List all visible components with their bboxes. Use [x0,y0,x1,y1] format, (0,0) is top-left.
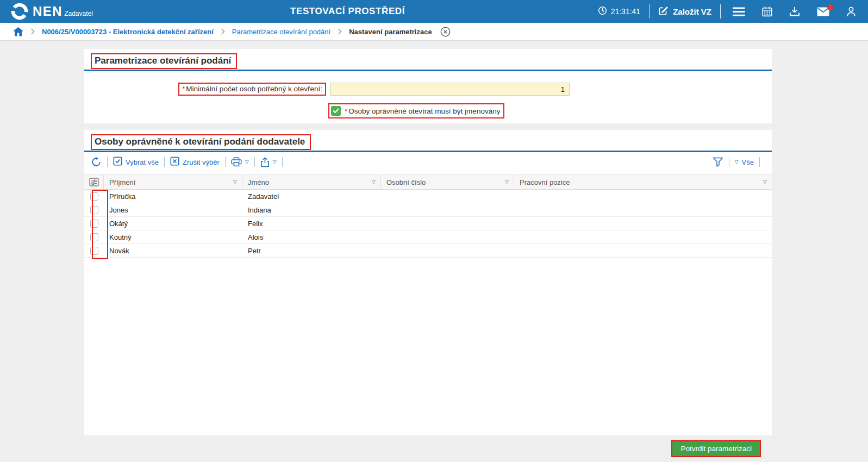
row-checkbox[interactable] [90,206,98,214]
cell-name: Alois [242,233,381,241]
authorized-persons-panel: Osoby oprávněné k otevírání podání dodav… [84,130,772,435]
logo-text: NEN [33,4,63,19]
parametrization-panel: Parametrizace otevírání podání *Minimáln… [84,49,772,123]
select-all-label: Vybrat vše [126,158,159,166]
main-content: Parametrizace otevírání podání *Minimáln… [0,41,868,457]
clear-selection-button[interactable]: Zrušit výběr [170,157,220,167]
filter-all-label: Vše [742,158,754,166]
export-dropdown-icon[interactable]: ▽ [273,160,277,165]
section-title-parametrization: Parametrizace otevírání podání [91,53,237,69]
filter-icon[interactable] [713,157,723,167]
cell-surname: Okátý [104,220,242,228]
cell-surname: Příručka [104,192,242,201]
mail-icon[interactable] [817,7,829,16]
topbar-divider [649,4,650,18]
row-checkbox[interactable] [90,192,98,201]
create-vz-button[interactable]: Založit VZ [658,5,711,17]
select-all-icon [113,157,122,167]
clock-time: 21:31:41 [611,7,641,16]
table-row[interactable]: Okátý Felix [84,217,772,230]
chevron-right-icon [338,28,342,35]
cell-name: Indiana [242,206,381,214]
table-row[interactable]: Příručka Zadavatel [84,190,772,203]
row-checkbox[interactable] [90,233,98,241]
clear-selection-icon [170,157,179,167]
grid-toolbar: Vybrat vše Zrušit výběr [84,154,772,170]
toolbar-separator [107,157,108,167]
cell-name: Petr [242,247,381,255]
close-tab-icon[interactable] [440,27,451,37]
breadcrumb-procurement[interactable]: N006/25/V00003723 - Elektronická detekčn… [42,28,214,36]
cell-name: Zadavatel [242,192,381,201]
toolbar-separator [164,157,165,167]
column-header-surname[interactable]: Příjmení ▽ [104,175,242,189]
filter-all-dropdown[interactable]: ▽ Vše [735,158,754,166]
cell-name: Felix [242,220,381,228]
toolbar-separator [282,157,283,167]
column-filter-icon[interactable]: ▽ [372,179,376,185]
cell-surname: Koutný [104,233,242,241]
session-clock: 21:31:41 [598,6,641,17]
mail-unread-badge [827,4,833,10]
menu-icon[interactable] [733,7,745,16]
print-button[interactable]: ▽ [231,157,249,167]
compose-icon [658,5,669,17]
select-all-button[interactable]: Vybrat vše [113,157,159,167]
filter-all-dropdown-icon: ▽ [735,160,739,165]
table-row[interactable]: Koutný Alois [84,230,772,244]
chevron-right-icon [221,28,225,35]
persons-table: Příjmení ▽ Jméno ▽ Osobní číslo ▽ Pracov… [84,174,772,258]
toolbar-separator [225,157,226,167]
table-row[interactable]: Jones Indiana [84,203,772,217]
column-header-personal-number[interactable]: Osobní číslo ▽ [381,175,514,189]
row-checkbox[interactable] [90,220,98,228]
named-persons-checkbox[interactable] [331,106,341,116]
export-button[interactable]: ▽ [260,157,277,167]
clock-icon [598,6,607,17]
table-row[interactable]: Novák Petr [84,244,772,258]
column-filter-icon[interactable]: ▽ [233,179,237,185]
toolbar-separator [254,157,255,167]
column-header-name[interactable]: Jméno ▽ [242,175,381,189]
section-rule [84,70,772,71]
user-profile-icon[interactable] [846,7,856,17]
section-rule [84,151,772,152]
min-persons-label: *Minimální počet osob potřebný k otevřen… [178,83,326,96]
named-persons-checkbox-group: *Osoby oprávněné otevírat musí být jmeno… [328,103,504,118]
row-checkbox[interactable] [90,247,98,255]
create-vz-label: Založit VZ [673,7,711,16]
min-persons-input[interactable] [330,83,570,96]
breadcrumb-current: Nastavení parametrizace [349,28,432,36]
column-filter-icon[interactable]: ▽ [505,179,509,185]
topbar-divider [720,4,721,18]
column-filter-icon[interactable]: ▽ [763,179,767,185]
chevron-right-icon [30,28,35,35]
print-dropdown-icon[interactable]: ▽ [245,160,249,165]
column-header-position[interactable]: Pracovní pozice ▽ [514,175,772,189]
environment-title: TESTOVACÍ PROSTŘEDÍ [290,6,405,17]
nen-logo-icon [11,3,28,20]
table-header-row: Příjmení ▽ Jméno ▽ Osobní číslo ▽ Pracov… [84,174,772,190]
required-mark: * [182,85,185,93]
section-title-authorized-persons: Osoby oprávněné k otevírání podání dodav… [91,134,311,150]
clear-selection-label: Zrušit výběr [183,158,220,166]
toolbar-separator [759,157,760,167]
column-settings-button[interactable] [84,175,104,189]
cell-surname: Jones [104,206,242,214]
toolbar-separator [729,157,729,167]
calendar-icon[interactable] [762,7,772,17]
download-tray-icon[interactable] [789,7,800,17]
nen-logo[interactable]: NEN Zadavatel [11,3,93,20]
home-icon[interactable] [13,27,23,36]
breadcrumb-parametrization[interactable]: Parametrizace otevírání podání [232,28,330,36]
breadcrumb: N006/25/V00003723 - Elektronická detekčn… [0,23,868,41]
refresh-button[interactable] [91,157,102,167]
logo-role-label: Zadavatel [64,10,93,17]
cell-surname: Novák [104,247,242,255]
confirm-parametrization-button[interactable]: Potvrdit parametrizaci [671,440,761,457]
named-persons-label: *Osoby oprávněné otevírat musí být jmeno… [345,107,500,115]
required-mark: * [345,107,347,115]
top-bar: NEN Zadavatel TESTOVACÍ PROSTŘEDÍ 21:31:… [0,0,868,23]
